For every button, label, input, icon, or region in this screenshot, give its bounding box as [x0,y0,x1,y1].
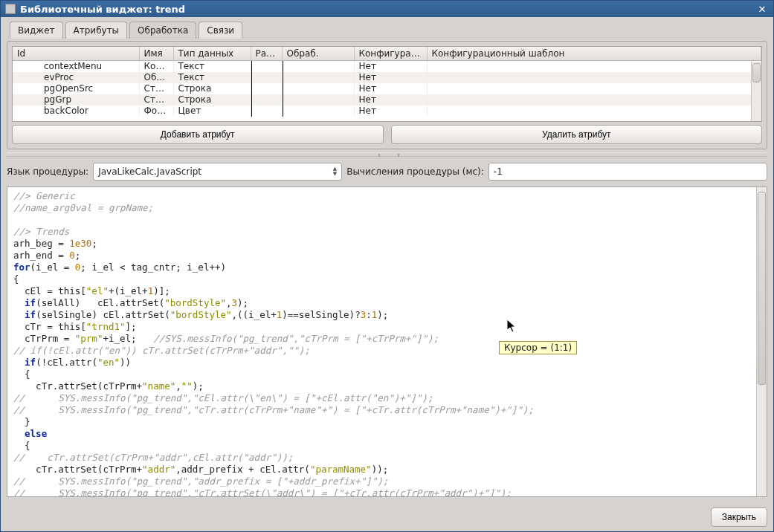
cell-proc[interactable] [282,61,354,72]
proc-calc-input[interactable]: -1 [488,163,767,181]
attributes-table[interactable]: Id Имя Тип данных Рабоч Обраб. Конфигура… [13,47,761,117]
cell-work[interactable] [251,83,282,94]
table-row[interactable]: contextMenuКонт...ТекстНет [13,61,761,72]
combo-arrows-icon: ▲▼ [333,166,337,177]
cell-type[interactable]: Текст [173,72,251,83]
attributes-panel: Id Имя Тип данных Рабоч Обраб. Конфигура… [7,41,767,149]
code-editor-wrap: //> Generic //name_arg0val = grpName; //… [7,186,767,497]
main-window: Библиотечный виджет: trend ✕ Виджет Атри… [0,0,774,532]
cell-name[interactable]: Стра... [139,83,173,94]
cell-name[interactable]: Стра... [139,94,173,106]
cell-proc[interactable] [282,72,354,83]
content-area: Виджет Атрибуты Обработка Связи Id Имя Т… [1,17,773,503]
cell-work[interactable] [251,94,282,106]
close-button[interactable]: Закрыть [711,507,767,527]
cell-cfgt[interactable] [427,72,761,83]
delete-attribute-button[interactable]: Удалить атрибут [391,125,763,144]
cell-type[interactable]: Строка [173,83,251,94]
cell-conf[interactable]: Нет [354,72,427,83]
col-header-name[interactable]: Имя [139,47,173,61]
titlebar: Библиотечный виджет: trend ✕ [1,1,773,17]
table-scroll-thumb[interactable] [752,63,761,82]
cell-cfgt[interactable] [427,83,761,94]
proc-lang-combo[interactable]: JavaLikeCalc.JavaScript ▲▼ [93,163,342,181]
col-header-proc[interactable]: Обраб. [282,47,354,61]
attr-buttons-row: Добавить атрибут Удалить атрибут [12,125,762,144]
editor-scrollbar[interactable] [756,187,767,496]
col-header-conf[interactable]: Конфигурация [354,47,427,61]
cell-id[interactable]: pgOpenSrc [13,83,139,94]
table-row[interactable]: backColorФон:...ЦветНет [13,106,761,117]
cell-proc[interactable] [282,94,354,106]
tab-bar: Виджет Атрибуты Обработка Связи [7,22,767,39]
table-scrollbar[interactable] [751,62,761,121]
close-icon[interactable]: ✕ [755,3,769,15]
cell-proc[interactable] [282,83,354,94]
dialog-button-bar: Закрыть [1,503,773,531]
cell-name[interactable]: Фон:... [139,106,173,117]
tab-links[interactable]: Связи [199,22,242,39]
col-header-type[interactable]: Тип данных [173,47,251,61]
table-row[interactable]: pgOpenSrcСтра...СтрокаНет [13,83,761,94]
cell-work[interactable] [251,106,282,117]
cell-name[interactable]: Конт... [139,61,173,72]
cell-conf[interactable]: Нет [354,106,427,117]
cell-id[interactable]: pgGrp [13,94,139,106]
col-header-work[interactable]: Рабоч [251,47,282,61]
add-attribute-button[interactable]: Добавить атрибут [12,125,384,144]
editor-scroll-thumb[interactable] [758,192,766,385]
cell-id[interactable]: evProc [13,72,139,83]
window-title: Библиотечный виджет: trend [20,4,755,15]
cell-work[interactable] [251,72,282,83]
tab-processing[interactable]: Обработка [129,22,196,39]
procedure-config-row: Язык процедуры: JavaLikeCalc.JavaScript … [7,160,767,184]
cell-proc[interactable] [282,106,354,117]
cell-type[interactable]: Цвет [173,106,251,117]
app-icon [5,4,16,14]
proc-lang-label: Язык процедуры: [7,166,88,177]
proc-lang-value: JavaLikeCalc.JavaScript [98,166,201,177]
proc-calc-value: -1 [494,166,503,177]
proc-calc-label: Вычисления процедуры (мс): [346,166,484,177]
table-row[interactable]: evProcОбра...ТекстНет [13,72,761,83]
table-row[interactable]: pgGrpСтра...СтрокаНет [13,94,761,106]
cell-type[interactable]: Строка [173,94,251,106]
attributes-table-wrap: Id Имя Тип данных Рабоч Обраб. Конфигура… [12,46,762,122]
col-header-id[interactable]: Id [13,47,139,61]
col-header-cfgt[interactable]: Конфигурационный шаблон [427,47,761,61]
cell-cfgt[interactable] [427,61,761,72]
cell-id[interactable]: backColor [13,106,139,117]
cell-type[interactable]: Текст [173,61,251,72]
cell-name[interactable]: Обра... [139,72,173,83]
horizontal-splitter[interactable] [7,152,767,157]
cell-conf[interactable]: Нет [354,61,427,72]
cell-conf[interactable]: Нет [354,94,427,106]
code-editor[interactable]: //> Generic //name_arg0val = grpName; //… [7,187,756,496]
cell-work[interactable] [251,61,282,72]
cell-cfgt[interactable] [427,106,761,117]
cell-cfgt[interactable] [427,94,761,106]
cell-conf[interactable]: Нет [354,83,427,94]
tab-attributes[interactable]: Атрибуты [65,22,128,39]
cell-id[interactable]: contextMenu [13,61,139,72]
tab-widget[interactable]: Виджет [10,22,63,39]
